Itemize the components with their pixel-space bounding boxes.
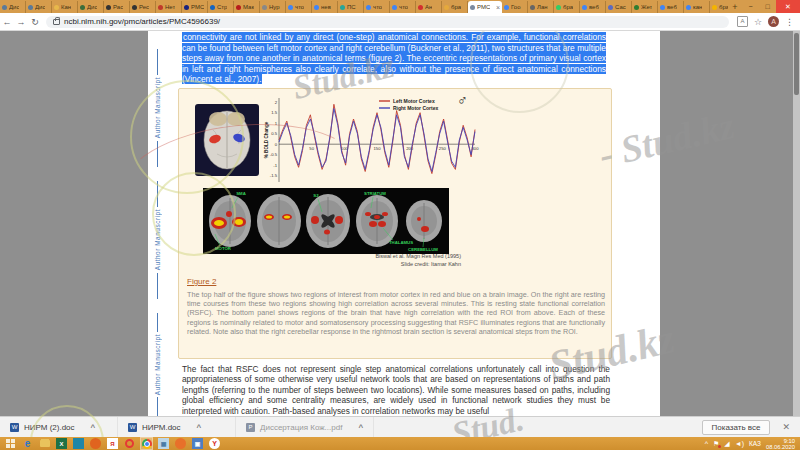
translate-icon[interactable]: A [737, 16, 748, 27]
tab-favicon [54, 5, 59, 10]
tray-chevron-up-icon[interactable]: ^ [705, 440, 708, 447]
figure-credit: Slide credit: Itamar Kahn [297, 261, 461, 269]
browser-tab[interactable]: Нет [156, 1, 182, 13]
browser-tab[interactable]: Кан [52, 1, 78, 13]
download-filename: Диссертация Кож...pdf [260, 423, 342, 432]
browser-tab[interactable]: бра [710, 1, 728, 13]
tab-favicon [634, 5, 639, 10]
tab-title: что [373, 4, 382, 10]
file-explorer-icon[interactable] [39, 438, 50, 449]
browser-tab[interactable]: бра [554, 1, 580, 13]
tab-title: веб [667, 4, 677, 10]
browser-tab[interactable]: Дис [0, 1, 26, 13]
browser-tab[interactable]: Лан [528, 1, 554, 13]
tab-favicon [366, 5, 371, 10]
forward-icon[interactable]: → [14, 17, 28, 27]
action-center-flag-icon[interactable]: ⚑ [713, 440, 719, 448]
download-item[interactable]: WНИРМ.doc^ [118, 417, 236, 437]
tab-title: Рес [139, 4, 149, 10]
browser-tab[interactable]: веб [658, 1, 684, 13]
brain-roi-image [195, 104, 259, 180]
back-icon[interactable]: ← [0, 17, 14, 27]
system-tray: ^ ⚑ ◢ ◄) КАЗ 9:10 08.06.2020 [705, 438, 800, 450]
browser-tab[interactable]: Жет [632, 1, 658, 13]
tab-title: Нет [165, 4, 175, 10]
close-window-button[interactable]: ✕ [776, 0, 800, 13]
firefox-icon[interactable] [175, 438, 186, 449]
browser-tab[interactable]: ПС [338, 1, 364, 13]
tab-close-icon[interactable]: × [496, 4, 500, 11]
menu-dots-icon[interactable]: ⋮ [785, 17, 794, 27]
browser-tab[interactable]: Сас [606, 1, 632, 13]
image-viewer-icon[interactable]: ▦ [158, 438, 169, 449]
browser-tab[interactable]: Нур [260, 1, 286, 13]
scrollbar-thumb[interactable] [794, 33, 799, 95]
language-indicator[interactable]: КАЗ [749, 440, 761, 447]
browser-tab[interactable]: что [286, 1, 312, 13]
browser-tab[interactable]: PMC [182, 1, 208, 13]
photos-app-icon[interactable] [73, 438, 84, 449]
tab-title: ПС [347, 4, 356, 10]
yandex-app-icon[interactable]: Я [107, 438, 118, 449]
download-chevron-icon[interactable]: ^ [358, 423, 363, 432]
svg-text:S2: S2 [313, 193, 319, 198]
clock[interactable]: 9:10 08.06.2020 [766, 438, 795, 450]
browser-tab[interactable]: бра [442, 1, 468, 13]
excel-icon[interactable]: X [56, 438, 67, 449]
download-item[interactable]: PДиссертация Кож...pdf^ [236, 417, 374, 437]
tab-title: Ан [425, 4, 432, 10]
tab-title: Нур [269, 4, 280, 10]
download-chevron-icon[interactable]: ^ [197, 423, 202, 432]
tab-title: Сас [615, 4, 626, 10]
browser-360-icon[interactable] [90, 438, 101, 449]
browser-tab[interactable]: Дис [26, 1, 52, 13]
browser-tab[interactable]: Гоо [502, 1, 528, 13]
reload-icon[interactable]: ↻ [28, 17, 42, 27]
start-button[interactable] [5, 438, 16, 449]
volume-icon[interactable]: ◄) [735, 440, 744, 447]
app-window-icon[interactable]: ▣ [192, 438, 203, 449]
rail-label: Author Manuscript [154, 332, 161, 397]
maximize-button[interactable]: □ [759, 0, 776, 13]
tab-favicon [2, 5, 7, 10]
browser-tab[interactable]: Мак [234, 1, 260, 13]
page-viewport: Author Manuscript Author Manuscript Auth… [0, 31, 800, 416]
browser-tab[interactable]: Рас [104, 1, 130, 13]
download-item[interactable]: WНИРМ (2).doc^ [0, 417, 118, 437]
close-downloads-bar-icon[interactable]: ✕ [782, 422, 790, 432]
svg-text:Left Motor Cortex: Left Motor Cortex [393, 98, 435, 104]
browser-tab[interactable]: веб [580, 1, 606, 13]
tab-title: бра [719, 4, 728, 10]
chrome-icon[interactable] [141, 438, 152, 449]
internet-explorer-icon[interactable]: e [22, 438, 33, 449]
browser-tab[interactable]: Рес [130, 1, 156, 13]
svg-text:MOTOR: MOTOR [215, 246, 232, 251]
opera-icon[interactable] [124, 438, 135, 449]
minimize-button[interactable]: − [742, 0, 759, 13]
rail-line [157, 141, 158, 167]
browser-tab[interactable]: что [390, 1, 416, 13]
browser-tab[interactable]: что [364, 1, 390, 13]
bookmark-star-icon[interactable]: ☆ [754, 17, 762, 27]
yandex-browser-icon[interactable]: Y [209, 438, 220, 449]
url-input[interactable]: ncbi.nlm.nih.gov/pmc/articles/PMC4596639… [46, 16, 729, 28]
profile-avatar[interactable]: А [768, 16, 779, 27]
browser-tab[interactable]: Стр [208, 1, 234, 13]
author-manuscript-rail: Author Manuscript [152, 49, 163, 167]
page-scrollbar[interactable] [793, 31, 800, 416]
browser-tab[interactable]: Ан [416, 1, 442, 13]
browser-tab[interactable]: PMC× [468, 1, 502, 13]
brain-slices-panel: SMAMOTORS2STRIATUMTHALAMUSCEREBELLUM [203, 188, 449, 258]
browser-tab[interactable]: Дис [78, 1, 104, 13]
tab-favicon [530, 5, 535, 10]
taskbar: eXЯ▦▣Y ^ ⚑ ◢ ◄) КАЗ 9:10 08.06.2020 [0, 437, 800, 450]
download-filename: НИРМ (2).doc [24, 423, 75, 432]
browser-tab[interactable]: кан [684, 1, 710, 13]
browser-tab[interactable]: нев [312, 1, 338, 13]
figure-2-link[interactable]: Figure 2 [187, 277, 216, 286]
tab-favicon [392, 5, 397, 10]
show-all-downloads-button[interactable]: Показать все [702, 420, 771, 435]
new-tab-button[interactable]: + [728, 1, 742, 13]
network-icon[interactable]: ◢ [724, 440, 729, 448]
download-chevron-icon[interactable]: ^ [91, 423, 96, 432]
